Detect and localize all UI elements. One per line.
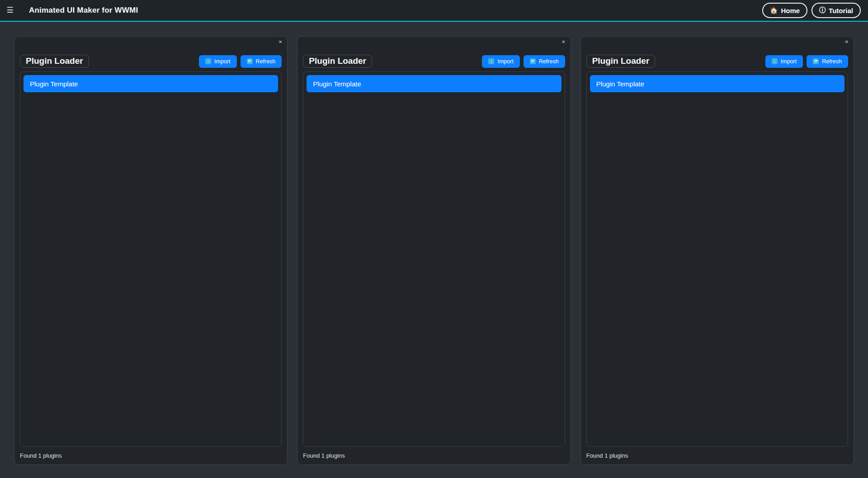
home-button[interactable]: 🏠 Home: [762, 3, 807, 18]
panel-header: Plugin Loader ↓ Import ⟳ Refresh: [586, 55, 848, 68]
plugin-list-item[interactable]: Plugin Template: [307, 75, 561, 92]
plugin-loader-panel-1: ✕ Plugin Loader ↓ Import ⟳ Refresh Plugi…: [14, 36, 288, 465]
import-button-label: Import: [497, 58, 513, 65]
refresh-button-label: Refresh: [822, 58, 842, 65]
refresh-button-label: Refresh: [539, 58, 559, 65]
panel-header: Plugin Loader ↓ Import ⟳ Refresh: [303, 55, 565, 68]
panel-actions: ↓ Import ⟳ Refresh: [199, 55, 282, 68]
plugin-loader-panel-3: ✕ Plugin Loader ↓ Import ⟳ Refresh Plugi…: [580, 36, 854, 465]
close-icon[interactable]: ✕: [561, 40, 565, 44]
panel-actions: ↓ Import ⟳ Refresh: [765, 55, 848, 68]
panel-title: Plugin Loader: [586, 55, 656, 68]
plugin-list: Plugin Template: [303, 71, 565, 447]
home-button-label: Home: [781, 7, 800, 14]
home-icon: 🏠: [770, 7, 778, 14]
plugin-count-status: Found 1 plugins: [20, 452, 282, 459]
plugin-count-status: Found 1 plugins: [586, 452, 848, 459]
import-button[interactable]: ↓ Import: [765, 55, 803, 68]
tutorial-button-label: Tutorial: [829, 7, 853, 14]
close-icon[interactable]: ✕: [278, 40, 282, 44]
download-icon: ↓: [205, 58, 211, 64]
navbar-actions: 🏠 Home ⓘ Tutorial: [762, 3, 868, 18]
plugin-list: Plugin Template: [20, 71, 282, 447]
plugin-count-status: Found 1 plugins: [303, 452, 565, 459]
plugin-list: Plugin Template: [586, 71, 848, 447]
download-icon: ↓: [772, 58, 778, 64]
import-button-label: Import: [214, 58, 230, 65]
tutorial-button[interactable]: ⓘ Tutorial: [811, 3, 861, 18]
refresh-icon: ⟳: [813, 58, 819, 64]
hamburger-menu-icon[interactable]: ☰: [0, 0, 20, 21]
plugin-loader-panel-2: ✕ Plugin Loader ↓ Import ⟳ Refresh Plugi…: [297, 36, 571, 465]
plugin-list-item[interactable]: Plugin Template: [590, 75, 844, 92]
refresh-button[interactable]: ⟳ Refresh: [241, 55, 282, 68]
import-button[interactable]: ↓ Import: [482, 55, 519, 68]
refresh-button[interactable]: ⟳ Refresh: [524, 55, 565, 68]
refresh-icon: ⟳: [247, 58, 253, 64]
top-navbar: ☰ Animated UI Maker for WWMI 🏠 Home ⓘ Tu…: [0, 0, 868, 22]
panel-header: Plugin Loader ↓ Import ⟳ Refresh: [20, 55, 282, 68]
import-button-label: Import: [781, 58, 797, 65]
app-title: Animated UI Maker for WWMI: [29, 6, 138, 15]
refresh-button-label: Refresh: [256, 58, 276, 65]
import-button[interactable]: ↓ Import: [199, 55, 236, 68]
info-icon: ⓘ: [819, 6, 826, 14]
download-icon: ↓: [488, 58, 494, 64]
panel-actions: ↓ Import ⟳ Refresh: [482, 55, 565, 68]
refresh-icon: ⟳: [530, 58, 536, 64]
plugin-list-item[interactable]: Plugin Template: [24, 75, 278, 92]
close-icon[interactable]: ✕: [845, 40, 849, 44]
panels-container: ✕ Plugin Loader ↓ Import ⟳ Refresh Plugi…: [0, 22, 868, 465]
panel-title: Plugin Loader: [20, 55, 89, 68]
refresh-button[interactable]: ⟳ Refresh: [807, 55, 848, 68]
panel-title: Plugin Loader: [303, 55, 372, 68]
